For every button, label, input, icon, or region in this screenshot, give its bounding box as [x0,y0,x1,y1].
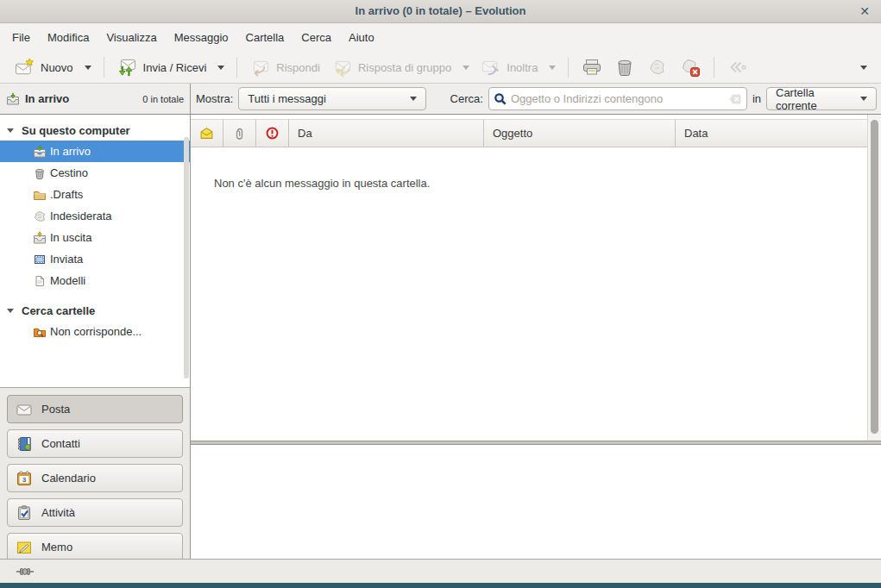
folder-label: In uscita [50,231,91,244]
group-reply-button-label: Risposta di gruppo [358,61,451,74]
message-list-header: Da Oggetto Data [191,119,867,147]
print-button[interactable] [576,53,608,81]
switcher-tasks-button[interactable]: Attività [7,498,183,527]
folder-row-sent[interactable]: Inviata [0,248,190,270]
current-folder-header: In arrivo 0 in totale [0,84,191,114]
clear-search-icon[interactable] [728,92,742,106]
send-receive-button[interactable]: Invia / Ricevi [111,54,213,81]
search-folder-icon [33,325,47,339]
switcher-contacts-button[interactable]: Contatti [7,429,183,458]
mark-junk-button[interactable] [641,53,674,81]
menu-modifica[interactable]: Modifica [39,27,98,48]
reply-icon [250,58,270,78]
current-folder-name: In arrivo [25,92,69,105]
column-from-label: Da [298,127,312,140]
folder-row-drafts[interactable]: .Drafts [0,184,190,205]
menu-aiuto[interactable]: Aiuto [340,27,383,48]
contacts-icon [16,435,33,453]
menu-file[interactable]: File [3,27,39,48]
delete-junk-button[interactable] [674,53,707,81]
filterbar: In arrivo 0 in totale Mostra: Tutti i me… [0,84,881,115]
folder-row-junk[interactable]: Indesiderata [0,205,190,227]
folder-icon [33,188,47,202]
scrollbar-thumb[interactable] [871,120,878,434]
tree-group-search-folders[interactable]: Cerca cartelle [0,300,190,321]
toolbar-overflow-button[interactable] [855,62,872,73]
folder-row-inbox[interactable]: In arrivo [0,141,190,162]
tree-group-label: Su questo computer [22,124,130,137]
online-status-icon[interactable] [16,566,35,577]
send-receive-label: Invia / Ricevi [143,61,207,74]
menu-messaggio[interactable]: Messaggio [166,27,237,48]
search-input[interactable] [511,92,725,105]
menu-cerca[interactable]: Cerca [293,27,340,48]
group-reply-icon [332,58,352,78]
group-reply-button[interactable]: Risposta di gruppo [326,54,457,81]
paperclip-icon [233,127,247,141]
folder-label: Non corrisponde... [50,325,142,338]
window-title: In arrivo (0 in totale) – Evolution [0,0,881,22]
priority-icon [265,126,280,141]
toolbar: Nuovo Invia / Ricevi Rispondi [0,52,881,84]
back-chevrons-icon [727,57,748,78]
chevron-down-icon [85,66,91,70]
menu-cartella[interactable]: Cartella [237,27,293,48]
menu-visualizza[interactable]: Visualizza [98,27,165,48]
new-dropdown-button[interactable] [79,62,97,73]
column-subject-label: Oggetto [493,127,532,140]
folder-label: Modelli [50,274,85,287]
inbox-icon [33,145,47,159]
evolution-window: In arrivo (0 in totale) – Evolution ✕ Fi… [0,0,881,588]
column-date-label: Data [684,127,708,140]
switcher-label: Posta [41,403,70,416]
forward-button-label: Inoltra [507,61,538,74]
bottom-strip [0,583,881,588]
forward-dropdown-button[interactable] [544,62,561,73]
reply-button[interactable]: Rispondi [244,54,326,81]
message-count: 0 in totale [142,94,184,104]
junk-delete-icon [680,57,701,78]
column-date[interactable]: Data [676,119,867,147]
search-box [488,87,747,110]
expander-icon[interactable] [7,309,14,313]
switcher-mail-button[interactable]: Posta [7,395,183,423]
forward-button[interactable]: Inoltra [475,54,544,81]
close-icon[interactable]: ✕ [859,0,870,22]
new-button[interactable]: Nuovo [9,54,79,81]
sidebar-scrollbar-thumb[interactable] [184,137,189,378]
previous-message-button[interactable] [721,53,754,81]
toolbar-separator [236,57,237,78]
chevron-down-icon [860,97,867,101]
expander-icon[interactable] [7,128,14,133]
folder-row-templates[interactable]: Modelli [0,270,190,291]
new-mail-icon [15,58,35,78]
titlebar: In arrivo (0 in totale) – Evolution ✕ [0,0,881,23]
search-scope-value: Cartella corrente [776,86,855,112]
folder-label: In arrivo [50,145,91,158]
switcher-memo-button[interactable]: Memo [7,533,183,561]
send-receive-dropdown-button[interactable] [212,62,230,73]
message-filter-dropdown[interactable]: Tutti i messaggi [238,87,426,110]
calendar-icon: 3 [16,470,33,487]
message-list-scrollbar[interactable] [867,115,881,441]
search-scope-dropdown[interactable]: Cartella corrente [766,87,877,110]
tree-group-this-computer[interactable]: Su questo computer [0,120,190,141]
search-icon [494,92,507,106]
menubar: File Modifica Visualizza Messaggio Carte… [0,23,881,52]
message-filter-value: Tutti i messaggi [248,92,326,105]
folder-row-outbox[interactable]: In uscita [0,227,190,248]
column-from[interactable]: Da [289,119,484,147]
column-priority[interactable] [256,119,289,147]
mail-icon [16,401,33,418]
folder-row-unmatched[interactable]: Non corrisponde... [0,321,190,342]
column-subject[interactable]: Oggetto [484,119,676,147]
delete-button[interactable] [608,53,641,81]
group-reply-dropdown-button[interactable] [457,62,475,73]
folder-row-trash[interactable]: Cestino [0,162,190,184]
folder-label: Cestino [50,166,88,179]
folder-label: .Drafts [50,188,83,201]
column-attachment[interactable] [223,119,256,147]
switcher-label: Attività [41,506,75,519]
column-status[interactable] [191,119,223,147]
switcher-calendar-button[interactable]: 3 Calendario [7,464,183,492]
